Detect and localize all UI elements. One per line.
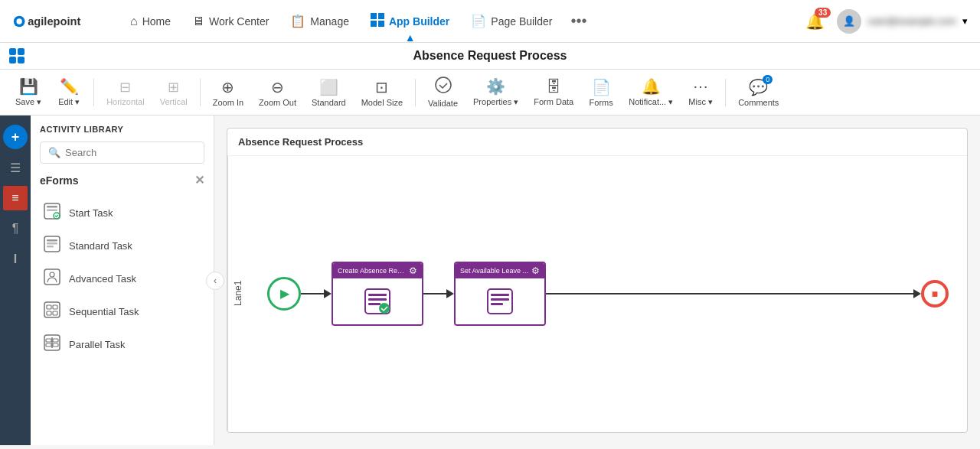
task-box-1-body — [333, 278, 422, 324]
sidebar-collapse-button[interactable]: ‹ — [206, 272, 224, 290]
eforms-close-button[interactable]: ✕ — [194, 173, 204, 187]
search-input[interactable] — [65, 147, 196, 158]
svg-rect-31 — [368, 298, 387, 301]
svg-rect-27 — [46, 343, 51, 347]
nav-home[interactable]: ⌂ Home — [121, 8, 180, 34]
misc-button[interactable]: ⋯ Misc ▾ — [682, 74, 719, 110]
svg-rect-34 — [488, 289, 512, 314]
comments-button[interactable]: 💬 0 Comments — [732, 75, 785, 110]
svg-point-1 — [17, 18, 22, 24]
chevron-left-icon: ‹ — [214, 275, 217, 286]
list-item[interactable]: Standard Task — [40, 229, 204, 262]
task-box-1[interactable]: Create Absence Reque... ⚙ — [332, 262, 423, 326]
nav-home-label: Home — [142, 15, 171, 28]
start-task-label: Start Task — [69, 207, 113, 219]
svg-rect-13 — [47, 239, 57, 242]
horizontal-icon: ⊟ — [119, 79, 131, 96]
parallel-task-label: Parallel Task — [69, 339, 125, 350]
task-box-2[interactable]: Set Available Leave ... ⚙ — [454, 262, 546, 326]
search-icon: 🔍 — [48, 147, 60, 158]
pagebuilder-icon: 📄 — [471, 14, 486, 28]
start-event[interactable] — [267, 277, 301, 311]
grid-cell-3 — [9, 57, 16, 63]
properties-label: Properties ▾ — [473, 97, 518, 107]
grid-menu-button[interactable] — [9, 48, 24, 63]
plus-icon: + — [11, 129, 20, 145]
misc-label: Misc ▾ — [688, 97, 713, 107]
search-box[interactable]: 🔍 — [40, 142, 204, 164]
nav-pagebuilder-label: Page Builder — [491, 15, 552, 28]
sequential-task-icon — [43, 301, 61, 322]
task-2-gear-icon[interactable]: ⚙ — [531, 265, 540, 276]
save-button[interactable]: 💾 Save ▾ — [9, 74, 47, 110]
svg-rect-10 — [47, 210, 57, 212]
vertical-icon: ⊞ — [168, 79, 179, 96]
text-icon: ¶ — [12, 222, 19, 236]
sidebar-eforms-button[interactable]: ≡ — [3, 186, 28, 210]
forms-button[interactable]: 📄 Forms — [583, 75, 619, 110]
sidebar-add-button[interactable]: + — [3, 125, 28, 149]
arrow-line-2 — [423, 293, 446, 294]
nav-pagebuilder[interactable]: 📄 Page Builder — [462, 8, 561, 34]
home-icon: ⌂ — [130, 15, 138, 28]
svg-rect-35 — [491, 294, 509, 296]
svg-rect-32 — [368, 303, 381, 305]
svg-rect-36 — [491, 298, 509, 301]
save-label: Save ▾ — [15, 97, 41, 107]
separator-2 — [200, 79, 201, 106]
svg-rect-19 — [47, 305, 51, 309]
page-title: Absence Request Process — [413, 49, 567, 63]
model-size-button[interactable]: ⊡ Model Size — [355, 75, 409, 110]
list-item[interactable]: Parallel Task — [40, 328, 204, 361]
user-menu[interactable]: 👤 user@example.com ▾ — [837, 9, 968, 34]
end-event[interactable] — [921, 280, 949, 307]
toolbar: 💾 Save ▾ ✏️ Edit ▾ ⊟ Horizontal ⊞ Vertic… — [0, 70, 980, 116]
nav-more-button[interactable]: ••• — [564, 9, 593, 33]
task-1-gear-icon[interactable]: ⚙ — [409, 265, 417, 276]
edit-button[interactable]: ✏️ Edit ▾ — [51, 74, 87, 110]
appbuilder-icon — [371, 13, 384, 30]
svg-point-33 — [379, 303, 390, 314]
form-data-button[interactable]: 🗄 Form Data — [528, 75, 580, 109]
process-canvas[interactable]: Absence Request Process Lane1 Create Abs… — [227, 128, 968, 433]
task-1-title: Create Absence Reque... — [338, 267, 407, 275]
svg-rect-22 — [53, 311, 57, 315]
properties-button[interactable]: ⚙️ Properties ▾ — [467, 74, 524, 110]
zoom-in-button[interactable]: ⊕ Zoom In — [207, 75, 250, 110]
list-item[interactable]: Sequential Task — [40, 295, 204, 328]
validate-button[interactable]: Validate — [422, 73, 464, 111]
zoom-out-label: Zoom Out — [259, 98, 296, 107]
standard-task-label: Standard Task — [69, 240, 132, 252]
sidebar-text-button[interactable]: ¶ — [3, 216, 28, 241]
activity-library-header: ACTIVITY LIBRARY — [40, 125, 204, 134]
form-data-label: Form Data — [534, 97, 573, 106]
nav-manage-label: Manage — [310, 15, 349, 28]
svg-point-11 — [54, 213, 60, 219]
standard-button[interactable]: ⬜ Standard — [305, 75, 352, 110]
vertical-button[interactable]: ⊞ Vertical — [154, 76, 194, 109]
sidebar-list-button[interactable]: ☰ — [3, 155, 28, 180]
model-size-icon: ⊡ — [375, 78, 388, 96]
horizontal-label: Horizontal — [106, 97, 145, 106]
list-item[interactable]: Advanced Task — [40, 262, 204, 295]
comments-badge: 0 — [763, 75, 773, 84]
nav-workcenter[interactable]: 🖥 Work Center — [183, 8, 278, 34]
list-item[interactable]: Start Task — [40, 197, 204, 229]
nav-appbuilder-wrapper: App Builder ▲ — [361, 7, 459, 36]
nav-manage[interactable]: 📋 Manage — [281, 8, 358, 34]
notifications-button[interactable]: 🔔 33 — [802, 9, 828, 34]
zoom-out-button[interactable]: ⊖ Zoom Out — [253, 75, 302, 110]
sidebar-code-button[interactable]: I — [3, 247, 28, 272]
sidebar: + ☰ ≡ ¶ I ACTIVITY LIBRARY 🔍 — [0, 116, 214, 445]
manage-icon: 📋 — [290, 14, 305, 28]
comments-label: Comments — [738, 98, 779, 107]
properties-icon: ⚙️ — [486, 77, 505, 96]
app-logo[interactable]: agilepoint — [12, 9, 96, 34]
user-dropdown-icon: ▾ — [962, 15, 968, 27]
svg-rect-5 — [371, 21, 377, 27]
notification-badge: 33 — [815, 8, 831, 18]
horizontal-button[interactable]: ⊟ Horizontal — [100, 76, 151, 109]
advanced-task-label: Advanced Task — [69, 273, 136, 285]
notifications-toolbar-button[interactable]: 🔔 Notificat... ▾ — [622, 74, 679, 110]
svg-rect-4 — [378, 13, 384, 19]
